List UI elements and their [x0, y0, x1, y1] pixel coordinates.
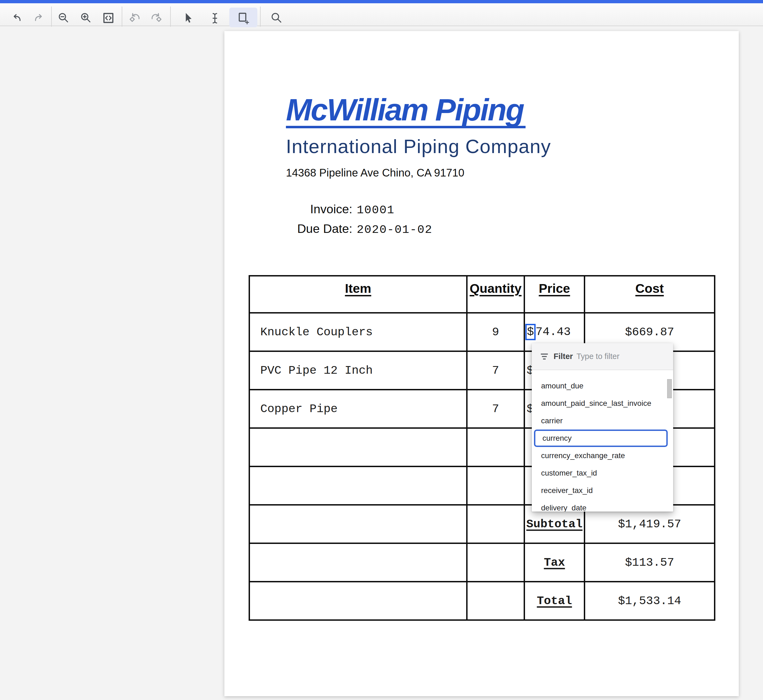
filter-option-amount-due[interactable]: amount_due	[532, 377, 673, 395]
total-value: $1,533.14	[585, 582, 715, 620]
summary-row-total: Total $1,533.14	[250, 582, 715, 620]
company-name: McWilliam Piping	[286, 94, 526, 128]
due-date-label: Due Date:	[268, 222, 353, 236]
rotate-ccw-icon	[129, 12, 142, 24]
undo-button[interactable]	[11, 11, 24, 25]
text-select-icon	[209, 12, 222, 24]
item-cell	[250, 467, 467, 505]
filter-option-currency-selected[interactable]: currency	[534, 430, 668, 447]
toolbar-separator	[122, 6, 122, 27]
cursor-icon	[182, 12, 194, 24]
region-select-tool-button[interactable]	[237, 11, 250, 25]
quantity-cell: 7	[467, 352, 524, 390]
due-date-row: Due Date: 2020-01-02	[268, 222, 464, 236]
filter-dropdown: Filter Type to filter amount_due amount_…	[532, 343, 673, 511]
filter-label: Filter	[554, 352, 573, 361]
window-accent-bar	[0, 0, 763, 3]
header-item: Item	[250, 276, 467, 313]
header-price: Price	[524, 276, 585, 313]
due-date: 2020-01-02	[357, 223, 432, 236]
table-header-row: Item Quantity Price Cost	[250, 276, 715, 313]
text-select-tool-button[interactable]	[209, 11, 222, 25]
fit-width-icon	[102, 12, 115, 24]
redo-icon	[32, 12, 44, 24]
toolbar	[0, 3, 763, 26]
quantity-cell: 7	[467, 390, 524, 428]
region-select-icon	[237, 12, 250, 24]
item-cell	[250, 428, 467, 467]
rotate-cw-icon	[150, 12, 162, 24]
filter-icon	[540, 353, 548, 359]
toolbar-separator	[260, 6, 261, 27]
rotate-cw-button[interactable]	[149, 11, 162, 25]
invoice-number-row: Invoice: 10001	[268, 202, 464, 217]
total-label: Total	[524, 582, 585, 620]
filter-option-carrier[interactable]: carrier	[532, 412, 673, 430]
selected-character-box: $	[525, 324, 536, 340]
filter-option-amount-paid-since-last-invoice[interactable]: amount_paid_since_last_invoice	[532, 395, 673, 412]
header-quantity: Quantity	[467, 276, 524, 313]
quantity-cell: 9	[467, 313, 524, 352]
search-icon	[270, 12, 282, 24]
rotate-ccw-button[interactable]	[129, 11, 142, 25]
quantity-cell	[467, 467, 524, 505]
zoom-out-icon	[57, 12, 70, 24]
filter-dropdown-header[interactable]: Filter Type to filter	[532, 343, 673, 370]
tax-label: Tax	[524, 544, 585, 582]
filter-option-delivery-date[interactable]: delivery_date	[532, 499, 673, 511]
invoice-number: 10001	[357, 203, 395, 217]
zoom-out-button[interactable]	[57, 11, 70, 25]
dropdown-scrollbar[interactable]	[667, 379, 672, 398]
toolbar-separator	[170, 6, 171, 27]
undo-icon	[11, 12, 24, 24]
invoice-label: Invoice:	[268, 202, 353, 216]
zoom-in-icon	[80, 12, 92, 24]
redo-button[interactable]	[31, 11, 45, 25]
fit-width-button[interactable]	[102, 11, 115, 25]
tax-value: $113.57	[585, 544, 715, 582]
search-button[interactable]	[270, 11, 283, 25]
filter-option-receiver-tax-id[interactable]: receiver_tax_id	[532, 482, 673, 499]
company-subtitle: International Piping Company	[286, 137, 551, 156]
item-cell: Copper Pipe	[250, 390, 467, 428]
zoom-in-button[interactable]	[79, 11, 92, 25]
header-cost: Cost	[585, 276, 715, 313]
filter-option-customer-tax-id[interactable]: customer_tax_id	[532, 464, 673, 482]
toolbar-separator	[51, 6, 52, 27]
summary-row-tax: Tax $113.57	[250, 544, 715, 582]
quantity-cell	[467, 428, 524, 467]
price-amount: 74.43	[536, 325, 571, 339]
filter-option-list: amount_due amount_paid_since_last_invoic…	[532, 377, 673, 511]
item-cell: Knuckle Couplers	[250, 313, 467, 352]
item-cell: PVC Pipe 12 Inch	[250, 352, 467, 390]
filter-input-placeholder[interactable]: Type to filter	[576, 352, 619, 361]
cursor-tool-button[interactable]	[181, 11, 194, 25]
filter-option-currency-exchange-rate[interactable]: currency_exchange_rate	[532, 447, 673, 464]
company-address: 14368 Pipeline Ave Chino, CA 91710	[286, 167, 464, 179]
